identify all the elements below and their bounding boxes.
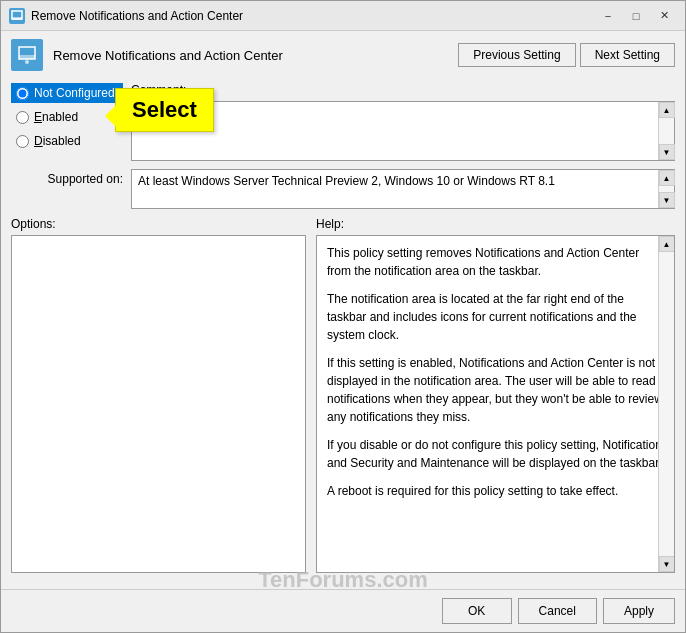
supported-value: At least Windows Server Technical Previe… xyxy=(138,174,555,188)
options-panel: Options: xyxy=(11,217,306,573)
help-para-5: A reboot is required for this policy set… xyxy=(327,482,664,500)
minimize-button[interactable]: − xyxy=(595,5,621,27)
supported-scroll-down[interactable]: ▼ xyxy=(659,192,675,208)
nav-buttons: Previous Setting Next Setting xyxy=(458,43,675,67)
comment-scrollbar[interactable]: ▲ ▼ xyxy=(658,102,674,160)
title-bar-controls: − □ ✕ xyxy=(595,5,677,27)
window-icon xyxy=(9,8,25,24)
tooltip-label: Select xyxy=(132,97,197,122)
options-label: Options: xyxy=(11,217,306,231)
next-setting-button[interactable]: Next Setting xyxy=(580,43,675,67)
help-text: This policy setting removes Notification… xyxy=(317,236,674,572)
radio-disabled-label: Disabled xyxy=(34,134,81,148)
previous-setting-button[interactable]: Previous Setting xyxy=(458,43,575,67)
help-scrollbar[interactable]: ▲ ▼ xyxy=(658,236,674,572)
main-window: Remove Notifications and Action Center −… xyxy=(0,0,686,633)
help-para-1: This policy setting removes Notification… xyxy=(327,244,664,280)
help-scroll-up[interactable]: ▲ xyxy=(659,236,675,252)
supported-scrollbar[interactable]: ▲ ▼ xyxy=(658,170,674,208)
header-row: Remove Notifications and Action Center P… xyxy=(11,39,675,71)
radio-not-configured[interactable]: Not Configured xyxy=(11,83,123,103)
title-bar: Remove Notifications and Action Center −… xyxy=(1,1,685,31)
help-para-4: If you disable or do not configure this … xyxy=(327,436,664,472)
content-area: Remove Notifications and Action Center P… xyxy=(1,31,685,589)
help-scroll-down[interactable]: ▼ xyxy=(659,556,675,572)
footer-buttons: OK Cancel Apply xyxy=(1,589,685,632)
cancel-button[interactable]: Cancel xyxy=(518,598,597,624)
scroll-track xyxy=(659,118,674,144)
close-button[interactable]: ✕ xyxy=(651,5,677,27)
header-title: Remove Notifications and Action Center xyxy=(53,48,458,63)
help-para-3: If this setting is enabled, Notification… xyxy=(327,354,664,426)
scroll-down-arrow[interactable]: ▼ xyxy=(659,144,675,160)
options-box xyxy=(11,235,306,573)
title-bar-text: Remove Notifications and Action Center xyxy=(31,9,595,23)
header-icon xyxy=(11,39,43,71)
apply-button[interactable]: Apply xyxy=(603,598,675,624)
help-box: This policy setting removes Notification… xyxy=(316,235,675,573)
supported-row: Supported on: At least Windows Server Te… xyxy=(11,169,675,209)
help-panel: Help: This policy setting removes Notifi… xyxy=(316,217,675,573)
supported-scroll-up[interactable]: ▲ xyxy=(659,170,675,186)
tooltip-bubble: Select xyxy=(115,88,214,132)
ok-button[interactable]: OK xyxy=(442,598,512,624)
radio-enabled-label: Enabled xyxy=(34,110,78,124)
supported-label: Supported on: xyxy=(11,169,131,186)
svg-point-4 xyxy=(25,60,29,64)
supported-box: At least Windows Server Technical Previe… xyxy=(131,169,675,209)
scroll-up-arrow[interactable]: ▲ xyxy=(659,102,675,118)
radio-not-configured-label: Not Configured xyxy=(34,86,115,100)
radio-disabled[interactable]: Disabled xyxy=(11,131,123,151)
tooltip-arrow xyxy=(105,104,117,128)
help-para-2: The notification area is located at the … xyxy=(327,290,664,344)
help-label: Help: xyxy=(316,217,675,231)
maximize-button[interactable]: □ xyxy=(623,5,649,27)
options-help-row: Options: Help: This policy setting remov… xyxy=(11,217,675,573)
svg-rect-1 xyxy=(12,17,22,20)
svg-rect-3 xyxy=(19,55,35,59)
help-scroll-track xyxy=(659,252,674,556)
